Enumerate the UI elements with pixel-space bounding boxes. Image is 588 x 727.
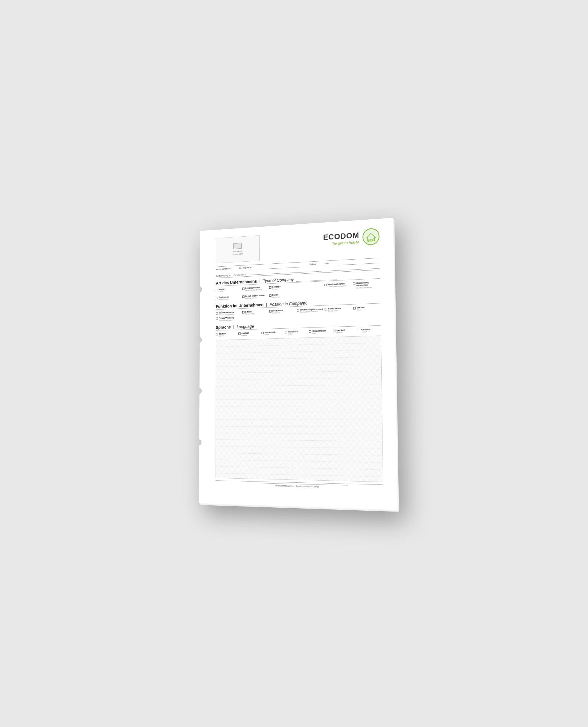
company-type-title-de: Art des Unternehmens: [216, 279, 257, 285]
cb-behoerde-box[interactable]: [242, 287, 245, 290]
language-sep: |: [233, 324, 234, 329]
signature-label-en: Signature/Official in Charge: [296, 485, 319, 488]
cb-englisch-label: englischenglish: [241, 332, 249, 336]
isometric-grid-svg: [216, 336, 383, 482]
scene: Visitenkarte Visiting card ECODOM the gr…: [162, 187, 426, 540]
cb-deutsch: deutschgerman: [216, 332, 237, 337]
cb-empty1: [297, 283, 323, 292]
cb-englisch: englischenglish: [238, 331, 260, 336]
logo-icon: [362, 228, 380, 246]
cb-produktion-label: ProduktionProduction: [272, 309, 283, 314]
report-field-line: [261, 264, 301, 269]
cb-kunde: KundeCustomer: [269, 293, 295, 298]
cb-beratung-box[interactable]: [324, 284, 327, 286]
dispatch-label-de: Zur Erledigung an:: [216, 274, 231, 277]
cb-presse-label: Presse/WerbungPress/Advertising: [219, 317, 234, 322]
cb-bearbeitung: Bearbeitung erforderlichHandling necessa…: [353, 281, 380, 289]
cb-sonstige-box[interactable]: [269, 286, 271, 288]
cb-russisch: russischrussian: [358, 328, 381, 333]
cb-entwicklung: Entwicklung/ForschungDevelopment/Researc…: [297, 308, 323, 313]
cb-niederlaendisch-box[interactable]: [309, 330, 311, 333]
cb-inhaber-box[interactable]: [216, 312, 218, 314]
position-title-de: Funktion im Unternehmen: [216, 302, 264, 309]
cb-konstruktion-label: KonstruktionConstruction: [328, 307, 341, 312]
cb-empty2: [297, 292, 323, 297]
cb-behoerde: Behörde/InstitutAdministration/Institute: [242, 286, 268, 294]
cb-beratung: Beratung beendetConsultation concluded: [324, 282, 351, 291]
signature-label-de: Unterschrift/Bearbeiter: [275, 485, 294, 487]
cb-vertrieb-box[interactable]: [353, 307, 356, 309]
punch-hole-3: [199, 388, 202, 394]
language-title-de: Sprache: [216, 324, 231, 329]
cb-kunde-label: KundeCustomer: [272, 293, 279, 298]
cb-kunde-box[interactable]: [269, 294, 271, 297]
dispatch-label-en: For dispatch to:: [234, 273, 247, 276]
cb-presse: Presse/WerbungPress/Advertising: [216, 316, 240, 322]
cb-einkauf-box[interactable]: [242, 311, 245, 313]
cb-produktion-box[interactable]: [269, 310, 272, 312]
cb-behoerde-label: Behörde/InstitutAdministration/Institute: [245, 286, 262, 292]
document: Visitenkarte Visiting card ECODOM the gr…: [199, 217, 398, 510]
logo-area: ECODOM the green house: [323, 228, 380, 248]
cb-erstkontakt: ErstkontaktInitial contact: [216, 295, 240, 301]
visitor-card-box: Visitenkarte Visiting card: [216, 235, 259, 263]
cb-sonstige: SonstigeOthers: [269, 285, 295, 293]
cb-erstkontakt-box[interactable]: [216, 297, 218, 299]
cb-bestehend-label: bestehender KontaktExisting contact: [245, 294, 265, 300]
cb-italienisch-box[interactable]: [285, 331, 287, 333]
cb-bearbeitung-box[interactable]: [353, 282, 355, 284]
cb-russisch-box[interactable]: [358, 329, 360, 331]
cb-entwicklung-label: Entwicklung/ForschungDevelopment/Researc…: [300, 308, 323, 313]
position-sep: |: [266, 302, 267, 307]
cb-franzoesisch-label: französischfrench: [265, 331, 275, 336]
cb-handel-box[interactable]: [216, 289, 218, 291]
cb-bearbeitung-label: Bearbeitung erforderlichHandling necessa…: [356, 281, 380, 289]
cb-vertrieb: VertriebSales: [353, 305, 381, 311]
cb-einkauf: EinkaufPurchassing: [242, 310, 268, 315]
cb-russisch-label: russischrussian: [361, 328, 370, 333]
cb-presse-box[interactable]: [216, 318, 218, 320]
date-label-de: Datum: [310, 263, 316, 266]
cb-englisch-box[interactable]: [238, 332, 241, 335]
language-title-en: Language: [237, 324, 254, 329]
signature-area: Unterschrift/Bearbeiter | Signature/Offi…: [215, 480, 383, 490]
visitor-card-icon: [233, 243, 241, 249]
cb-entwicklung-box[interactable]: [297, 309, 299, 311]
cb-sonstige-label: SonstigeOthers: [272, 285, 280, 291]
cb-franzoesisch-box[interactable]: [261, 332, 264, 334]
company-type-sep: |: [259, 279, 260, 283]
cb-empty4: [353, 289, 380, 295]
cb-beratung-label: Beratung beendetConsultation concluded: [328, 282, 346, 288]
cb-vertrieb-label: VertriebSales: [357, 306, 364, 311]
cb-bestehend-box[interactable]: [242, 296, 245, 298]
cb-konstruktion-box[interactable]: [324, 308, 327, 310]
company-type-field-line: [296, 276, 337, 282]
cb-inhaber: Inhaber/DirektionOwner/management: [216, 311, 240, 316]
cb-erstkontakt-label: ErstkontaktInitial contact: [219, 296, 229, 300]
cb-deutsch-box[interactable]: [216, 333, 218, 335]
visitor-card-label-en: Visiting card: [232, 252, 243, 255]
date-field-line: [338, 259, 380, 265]
cb-italienisch-label: italienischitalian: [288, 330, 298, 335]
punch-hole-1: [199, 286, 202, 293]
punch-hole-4: [199, 439, 202, 446]
cb-einkauf-label: EinkaufPurchassing: [245, 310, 254, 315]
date-label-en: Date: [324, 262, 329, 266]
punch-hole-2: [199, 337, 202, 343]
report-label-en: For Report No.: [239, 266, 253, 271]
cb-franzoesisch: französischfrench: [261, 331, 283, 336]
position-title-en: Position in Company:: [270, 300, 307, 307]
logo-text: ECODOM the green house: [323, 231, 360, 246]
cb-bestehend: bestehender KontaktExisting contact: [242, 294, 268, 300]
report-label-de: Messebericht Nr.: [216, 268, 231, 272]
document-wrapper: Visitenkarte Visiting card ECODOM the gr…: [199, 217, 398, 510]
cb-niederlaendisch-label: niederländischdutch: [312, 329, 326, 334]
cb-spanisch-box[interactable]: [333, 329, 335, 332]
cb-spanisch-label: spanischspanish: [336, 329, 345, 334]
svg-rect-17: [216, 336, 383, 482]
cb-produktion: ProduktionProduction: [269, 309, 295, 314]
isometric-grid-area: [215, 336, 383, 482]
cb-handel: HandelTrade: [216, 287, 240, 295]
company-type-title-en: Type of Company: [263, 277, 294, 283]
punch-holes: [199, 231, 202, 503]
